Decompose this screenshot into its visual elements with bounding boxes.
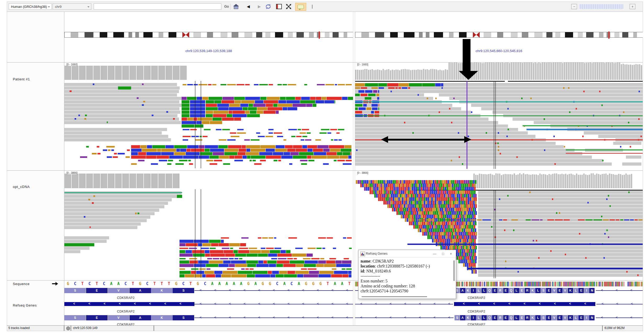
popup-horizontal-scrollbar[interactable] <box>362 296 427 297</box>
track-label-refseq[interactable]: Refseq Genes <box>13 303 37 307</box>
gene-name-label[interactable]: CDK5RAP2 <box>468 310 485 313</box>
igv-window: Human (GRCh38/hg38) chr9 Go ◀ ▶ <box>7 2 643 331</box>
amino-acid-block: E <box>557 315 562 320</box>
sequence-base: G <box>173 281 180 286</box>
patient-alignments-left-canvas[interactable] <box>64 63 353 170</box>
regions-icon[interactable] <box>275 3 283 10</box>
chromosome-ideogram[interactable] <box>355 32 643 38</box>
amino-acid-block: S <box>541 315 546 320</box>
popup-title-bar[interactable]: Refseq Genes — □ × <box>359 250 456 258</box>
amino-acid-block: K <box>151 288 172 293</box>
sequence-base: C <box>201 281 209 286</box>
sequence-base: C <box>144 281 151 286</box>
refseq-transcript-row[interactable]: SEVAKS<<<<<<<<<<< <box>64 315 353 321</box>
amino-acid-block: I <box>584 315 589 320</box>
sequence-base: A <box>216 281 223 286</box>
chromosome-select[interactable]: chr9 <box>53 3 91 10</box>
maximize-button[interactable]: □ <box>439 251 447 257</box>
chromosome-select-value: chr9 <box>55 5 61 9</box>
amino-acid-block: S <box>64 315 86 320</box>
refseq-transcript-row[interactable]: SEVAKS<<<<<<<<<<< <box>64 288 353 293</box>
track-label-patient[interactable]: Patient #1 <box>13 77 30 81</box>
sequence-base: T <box>346 281 353 286</box>
cdna-alignments-left-canvas[interactable] <box>64 171 353 279</box>
popup-info-line: chr9:120545714-120545790 <box>361 288 450 293</box>
sequence-base: A <box>209 281 216 286</box>
sequence-base: G <box>303 281 310 286</box>
amino-acid-block: R <box>525 288 530 293</box>
amino-acid-block: L <box>476 288 481 293</box>
genome-select[interactable]: Human (GRCh38/hg38) <box>9 3 52 10</box>
panel-left-header: chr9:120,539,149-120,539,188 <box>64 12 353 62</box>
track-label-column <box>7 12 64 325</box>
sequence-base: C <box>122 281 130 286</box>
amino-acid-block: V <box>562 315 568 320</box>
status-memory: 619M of 962M <box>603 326 643 331</box>
amino-acid-block: L <box>481 315 487 320</box>
amino-acid-block: S <box>455 315 460 320</box>
amino-acid-block: K <box>568 288 573 293</box>
sequence-bases-left[interactable]: GCTCTCAACTGCTTTGCTGCAAAAAGAGGCACAGGGTAAT <box>64 281 353 287</box>
track-label-sequence[interactable]: Sequence <box>13 282 30 286</box>
status-bar: 5 tracks loaded chr9:120.539.149 619M of… <box>7 325 643 331</box>
row-separator <box>7 170 643 171</box>
amino-acid-block: Q <box>508 315 514 320</box>
locus-label-left: chr9:120,539,149-120,539,188 <box>64 49 353 53</box>
refseq-transcript-row[interactable]: <<<<<<<<<<<<<<<<<<< <box>355 301 643 307</box>
back-icon[interactable]: ◀ <box>245 3 252 10</box>
sequence-base: T <box>79 281 86 286</box>
zoom-out-button[interactable]: − <box>571 4 577 9</box>
sequence-base: T <box>324 281 332 286</box>
minimize-button[interactable]: — <box>431 251 439 257</box>
sequence-strand-arrow-icon[interactable] <box>52 282 58 286</box>
zoom-in-button[interactable]: + <box>630 4 635 9</box>
amino-acid-block: S <box>173 315 194 320</box>
refseq-transcript-row[interactable]: <<<<<<<<<<<<<<<<<<< <box>64 301 353 307</box>
amino-acid-block: V <box>552 288 557 293</box>
panel-divider <box>353 12 355 325</box>
go-button[interactable]: Go <box>223 3 230 10</box>
close-button[interactable]: × <box>447 251 455 257</box>
sequence-base: G <box>194 281 201 286</box>
chevron-down-icon <box>48 6 50 8</box>
refresh-icon[interactable] <box>265 3 272 10</box>
home-icon[interactable] <box>232 3 240 10</box>
screenshot-stage: Human (GRCh38/hg38) chr9 Go ◀ ▶ <box>0 0 644 334</box>
refseq-transcript-row[interactable]: <<<<<<<SAKILLQEREQLERKLSEVEVKLEIN<<< <box>355 315 643 321</box>
amino-acid-block: K <box>465 288 471 293</box>
popup-vertical-scrollbar[interactable] <box>453 260 455 281</box>
amino-acid-block: E <box>546 315 551 320</box>
amino-acid-block: R <box>498 315 503 320</box>
resize-icon[interactable] <box>285 3 292 10</box>
sequence-base: G <box>64 281 72 286</box>
forward-icon[interactable]: ▶ <box>256 3 263 10</box>
amino-acid-block: A <box>130 288 151 293</box>
ideogram-position-marker <box>319 31 320 39</box>
gene-name-label[interactable]: CDK5RAP2 <box>117 296 135 300</box>
sequence-base: C <box>274 281 281 286</box>
amino-acid-block: I <box>471 315 476 320</box>
chromosome-ideogram[interactable] <box>64 32 353 38</box>
gene-name-label[interactable]: CDK5RAP2 <box>117 310 135 313</box>
amino-acid-block: L <box>535 288 541 293</box>
patient-alignments-right-canvas[interactable] <box>355 63 643 170</box>
sequence-base: A <box>281 281 288 286</box>
amino-acid-block: E <box>492 315 497 320</box>
amino-acid-block: R <box>525 315 530 320</box>
amino-acid-block: L <box>535 315 541 320</box>
amino-acid-block: I <box>584 288 589 293</box>
status-tracks-loaded: 5 tracks loaded <box>7 326 64 331</box>
amino-acid-block: L <box>476 315 481 320</box>
sequence-base: A <box>223 281 231 286</box>
popup-info-line: name: CDK5RAP2 <box>361 259 450 264</box>
zoom-slider[interactable] <box>579 4 623 9</box>
coverage-range-label: [0 - 3866] <box>357 171 369 174</box>
locus-search-input[interactable] <box>94 3 221 10</box>
gene-name-label[interactable]: CDK5RAP2 <box>468 296 485 300</box>
tooltip-bubble-icon[interactable] <box>295 3 306 11</box>
sequence-base: G <box>310 281 317 286</box>
cursor-tool-icon[interactable]: | <box>309 3 316 10</box>
amino-acid-block: E <box>546 288 551 293</box>
amino-acid-block: E <box>86 315 108 320</box>
track-label-cdna[interactable]: opt_cDNA <box>13 185 30 189</box>
